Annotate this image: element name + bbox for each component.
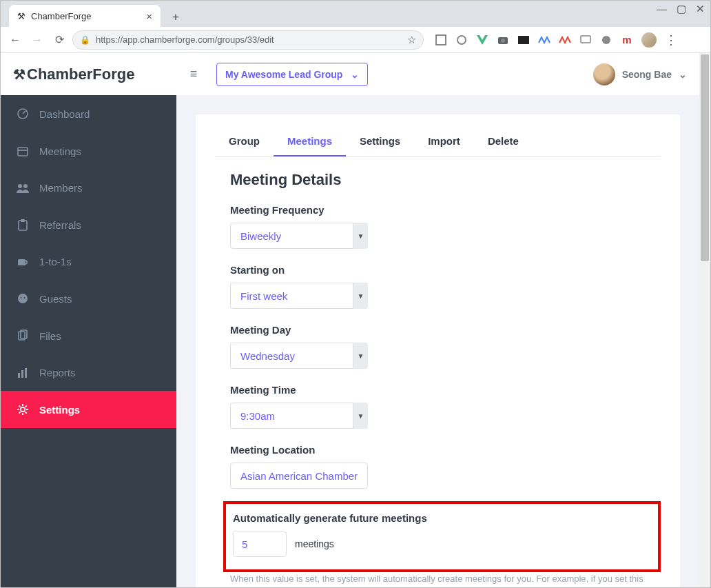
sidebar-item-reports[interactable]: Reports xyxy=(1,354,176,391)
sidebar-item-settings[interactable]: Settings xyxy=(1,391,176,428)
settings-card: Group Meetings Settings Import Delete Me… xyxy=(196,114,680,587)
reload-button[interactable]: ⟳ xyxy=(50,31,68,49)
gear-icon xyxy=(16,403,30,416)
chevron-down-icon: ▼ xyxy=(353,283,368,309)
tab-group[interactable]: Group xyxy=(215,127,274,156)
sidebar-item-label: Referrals xyxy=(39,219,81,231)
svg-rect-8 xyxy=(18,148,28,156)
ext-icon-terminal[interactable] xyxy=(517,34,530,46)
sidebar-item-guests[interactable]: Guests xyxy=(1,280,176,317)
svg-rect-5 xyxy=(581,36,590,43)
highlight-annotation: Automatically generate future meetings m… xyxy=(223,501,661,572)
select-value: Wednesday xyxy=(240,350,295,362)
sidebar-item-members[interactable]: Members xyxy=(1,170,176,206)
url-text: https://app.chamberforge.com/groups/33/e… xyxy=(96,34,274,45)
ext-icon-circle[interactable] xyxy=(600,34,612,46)
auto-generate-label: Automatically generate future meetings xyxy=(233,512,651,524)
sidebar-item-1to1s[interactable]: 1-to-1s xyxy=(1,243,176,280)
svg-rect-13 xyxy=(18,259,25,265)
day-label: Meeting Day xyxy=(230,324,661,336)
window-maximize-icon[interactable]: ▢ xyxy=(677,3,686,15)
window-minimize-icon[interactable]: — xyxy=(657,3,667,15)
tab-settings[interactable]: Settings xyxy=(346,127,414,156)
url-field[interactable]: 🔒 https://app.chamberforge.com/groups/33… xyxy=(72,30,424,50)
svg-point-22 xyxy=(21,407,25,412)
ext-icon-vue[interactable] xyxy=(476,34,488,46)
auto-generate-input[interactable] xyxy=(233,531,287,557)
sidebar-item-files[interactable]: Files xyxy=(1,317,176,354)
clipboard-icon xyxy=(16,219,30,231)
scrollbar-thumb[interactable] xyxy=(701,54,709,261)
ext-icon-1[interactable] xyxy=(435,34,447,46)
tab-label: Group xyxy=(229,135,260,147)
tab-label: Delete xyxy=(488,135,519,147)
svg-point-10 xyxy=(23,184,28,188)
day-select[interactable]: Wednesday xyxy=(230,343,368,369)
address-bar: ← → ⟳ 🔒 https://app.chamberforge.com/gro… xyxy=(1,27,710,53)
back-button[interactable]: ← xyxy=(6,31,24,49)
section-title: Meeting Details xyxy=(230,171,661,189)
tab-label: Import xyxy=(428,135,460,147)
ext-icon-wave-2[interactable] xyxy=(559,34,571,46)
sidebar-item-label: Dashboard xyxy=(39,108,90,120)
starting-select[interactable]: First week xyxy=(230,283,368,309)
tabs: Group Meetings Settings Import Delete xyxy=(215,127,661,157)
group-selector[interactable]: My Awesome Lead Group ⌄ xyxy=(216,63,368,86)
app-header: ⚒ ChamberForge ≡ My Awesome Lead Group ⌄… xyxy=(1,53,699,95)
ext-icon-camera[interactable] xyxy=(497,34,509,46)
ext-icon-2[interactable] xyxy=(455,34,468,46)
sidebar-item-label: 1-to-1s xyxy=(39,256,72,267)
svg-rect-20 xyxy=(21,370,23,378)
svg-rect-12 xyxy=(21,219,25,222)
frequency-select[interactable]: Biweekly xyxy=(230,223,368,249)
frequency-label: Meeting Frequency xyxy=(230,204,661,216)
select-value: 9:30am xyxy=(240,410,275,422)
tab-meetings[interactable]: Meetings xyxy=(274,127,346,156)
app-logo[interactable]: ⚒ ChamberForge xyxy=(1,53,176,95)
window-close-icon[interactable]: ✕ xyxy=(696,3,705,15)
scrollbar[interactable] xyxy=(699,53,710,587)
chevron-down-icon: ▼ xyxy=(353,403,368,429)
location-input[interactable] xyxy=(230,463,368,489)
browser-tab-strip: ⚒ ChamberForge × + — ▢ ✕ xyxy=(1,1,710,27)
chevron-down-icon: ▼ xyxy=(353,223,368,249)
svg-rect-4 xyxy=(518,36,529,44)
forward-button[interactable]: → xyxy=(28,31,46,49)
ext-icon-chat[interactable] xyxy=(579,34,592,46)
ext-icon-m[interactable]: m xyxy=(621,34,633,46)
user-name: Seong Bae xyxy=(622,69,672,80)
avatar xyxy=(593,63,615,85)
svg-rect-0 xyxy=(436,35,446,45)
auto-generate-suffix: meetings xyxy=(295,538,334,549)
sidebar: Dashboard Meetings Members Referrals 1-t… xyxy=(1,53,176,587)
lock-icon: 🔒 xyxy=(80,35,90,45)
browser-menu-icon[interactable]: ⋮ xyxy=(665,32,677,48)
brand-name: ChamberForge xyxy=(27,65,134,83)
favicon: ⚒ xyxy=(17,11,25,21)
hammer-icon: ⚒ xyxy=(13,66,25,83)
main-content: Group Meetings Settings Import Delete Me… xyxy=(176,53,699,587)
ext-icon-wave-1[interactable] xyxy=(538,34,550,46)
bookmark-star-icon[interactable]: ☆ xyxy=(407,34,416,46)
svg-point-9 xyxy=(18,184,22,188)
browser-profile-avatar[interactable] xyxy=(641,32,657,48)
chevron-down-icon: ⌄ xyxy=(351,69,359,80)
sidebar-item-meetings[interactable]: Meetings xyxy=(1,132,176,170)
sidebar-item-referrals[interactable]: Referrals xyxy=(1,206,176,243)
tab-delete[interactable]: Delete xyxy=(474,127,533,156)
new-tab-button[interactable]: + xyxy=(166,8,185,27)
sidebar-item-dashboard[interactable]: Dashboard xyxy=(1,95,176,132)
tab-import[interactable]: Import xyxy=(414,127,474,156)
time-select[interactable]: 9:30am xyxy=(230,403,368,429)
svg-rect-19 xyxy=(18,373,20,378)
user-menu[interactable]: Seong Bae ⌄ xyxy=(593,63,687,85)
sidebar-toggle-button[interactable]: ≡ xyxy=(183,64,204,85)
svg-rect-21 xyxy=(25,368,27,378)
tab-label: Settings xyxy=(360,135,400,147)
close-tab-icon[interactable]: × xyxy=(146,10,152,22)
gauge-icon xyxy=(16,108,30,120)
browser-tab[interactable]: ⚒ ChamberForge × xyxy=(9,5,161,27)
users-icon xyxy=(16,183,30,194)
svg-rect-11 xyxy=(19,221,27,230)
sidebar-item-label: Meetings xyxy=(39,145,81,157)
